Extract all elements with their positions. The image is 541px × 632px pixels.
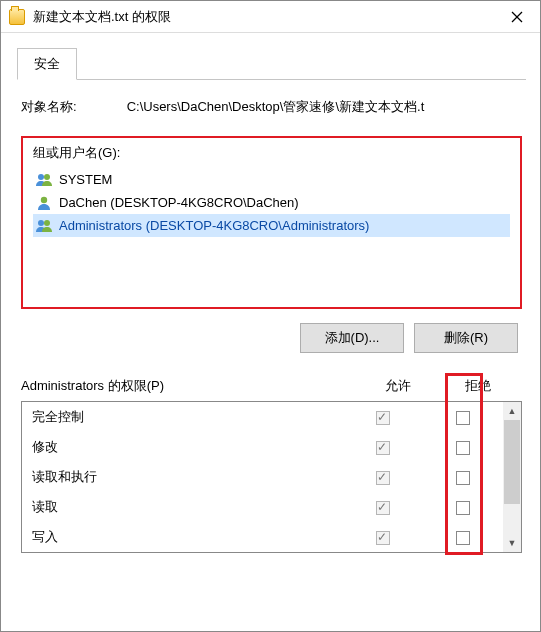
allow-checkbox bbox=[376, 441, 390, 455]
permissions-rows: 完全控制修改读取和执行读取写入 bbox=[22, 402, 503, 552]
svg-point-2 bbox=[38, 174, 44, 180]
deny-checkbox[interactable] bbox=[456, 441, 470, 455]
svg-point-4 bbox=[41, 196, 47, 202]
allow-checkbox bbox=[376, 471, 390, 485]
permissions-title: Administrators 的权限(P) bbox=[21, 377, 358, 395]
folder-icon bbox=[9, 9, 25, 25]
remove-button[interactable]: 删除(R) bbox=[414, 323, 518, 353]
tab-row: 安全 bbox=[17, 47, 526, 80]
group-users-box: 组或用户名(G): SYSTEMDaChen (DESKTOP-4KG8CRO\… bbox=[21, 136, 522, 309]
tab-panel-security: 对象名称: C:\Users\DaChen\Desktop\管家速修\新建文本文… bbox=[17, 80, 526, 553]
add-button[interactable]: 添加(D)... bbox=[300, 323, 404, 353]
deny-checkbox[interactable] bbox=[456, 471, 470, 485]
scroll-up-button[interactable]: ▲ bbox=[503, 402, 521, 420]
allow-cell bbox=[343, 439, 423, 455]
deny-cell bbox=[423, 439, 503, 455]
button-row: 添加(D)... 删除(R) bbox=[21, 323, 522, 353]
permissions-list: 完全控制修改读取和执行读取写入 ▲ ▼ bbox=[21, 401, 522, 553]
user-name: DaChen (DESKTOP-4KG8CRO\DaChen) bbox=[59, 195, 299, 210]
object-name-value: C:\Users\DaChen\Desktop\管家速修\新建文本文档.t bbox=[127, 98, 522, 116]
permission-row: 完全控制 bbox=[22, 402, 503, 432]
svg-point-6 bbox=[44, 220, 50, 226]
svg-point-3 bbox=[44, 174, 50, 180]
titlebar: 新建文本文档.txt 的权限 bbox=[1, 1, 540, 33]
user-name: SYSTEM bbox=[59, 172, 112, 187]
object-name-row: 对象名称: C:\Users\DaChen\Desktop\管家速修\新建文本文… bbox=[21, 98, 522, 116]
permission-row: 读取和执行 bbox=[22, 462, 503, 492]
tab-security[interactable]: 安全 bbox=[17, 48, 77, 80]
content-area: 安全 对象名称: C:\Users\DaChen\Desktop\管家速修\新建… bbox=[1, 33, 540, 567]
allow-checkbox bbox=[376, 531, 390, 545]
group-icon bbox=[35, 173, 53, 187]
allow-column-header: 允许 bbox=[358, 377, 438, 395]
group-users-list[interactable]: SYSTEMDaChen (DESKTOP-4KG8CRO\DaChen)Adm… bbox=[33, 168, 510, 237]
permission-name: 写入 bbox=[32, 528, 343, 546]
group-icon bbox=[35, 219, 53, 233]
allow-checkbox bbox=[376, 501, 390, 515]
svg-point-5 bbox=[38, 220, 44, 226]
permission-row: 修改 bbox=[22, 432, 503, 462]
user-name: Administrators (DESKTOP-4KG8CRO\Administ… bbox=[59, 218, 369, 233]
deny-cell bbox=[423, 529, 503, 545]
close-icon bbox=[511, 11, 523, 23]
allow-cell bbox=[343, 499, 423, 515]
user-item[interactable]: Administrators (DESKTOP-4KG8CRO\Administ… bbox=[33, 214, 510, 237]
scroll-down-button[interactable]: ▼ bbox=[503, 534, 521, 552]
scroll-thumb[interactable] bbox=[504, 420, 520, 504]
scroll-track[interactable] bbox=[503, 420, 521, 534]
permission-name: 完全控制 bbox=[32, 408, 343, 426]
deny-cell bbox=[423, 499, 503, 515]
object-name-label: 对象名称: bbox=[21, 98, 77, 116]
deny-cell bbox=[423, 469, 503, 485]
permission-row: 读取 bbox=[22, 492, 503, 522]
deny-checkbox[interactable] bbox=[456, 531, 470, 545]
deny-checkbox[interactable] bbox=[456, 501, 470, 515]
permissions-section: Administrators 的权限(P) 允许 拒绝 完全控制修改读取和执行读… bbox=[21, 377, 522, 553]
user-item[interactable]: SYSTEM bbox=[33, 168, 510, 191]
window-title: 新建文本文档.txt 的权限 bbox=[33, 8, 171, 26]
deny-checkbox[interactable] bbox=[456, 411, 470, 425]
permissions-header: Administrators 的权限(P) 允许 拒绝 bbox=[21, 377, 522, 395]
deny-column-header: 拒绝 bbox=[438, 377, 518, 395]
permission-name: 修改 bbox=[32, 438, 343, 456]
allow-checkbox bbox=[376, 411, 390, 425]
scrollbar[interactable]: ▲ ▼ bbox=[503, 402, 521, 552]
permissions-dialog: 新建文本文档.txt 的权限 安全 对象名称: C:\Users\DaChen\… bbox=[0, 0, 541, 632]
permission-name: 读取和执行 bbox=[32, 468, 343, 486]
user-icon bbox=[35, 196, 53, 210]
allow-cell bbox=[343, 409, 423, 425]
group-users-label: 组或用户名(G): bbox=[33, 144, 510, 162]
permission-row: 写入 bbox=[22, 522, 503, 552]
user-item[interactable]: DaChen (DESKTOP-4KG8CRO\DaChen) bbox=[33, 191, 510, 214]
permission-name: 读取 bbox=[32, 498, 343, 516]
close-button[interactable] bbox=[494, 1, 540, 33]
allow-cell bbox=[343, 469, 423, 485]
allow-cell bbox=[343, 529, 423, 545]
deny-cell bbox=[423, 409, 503, 425]
